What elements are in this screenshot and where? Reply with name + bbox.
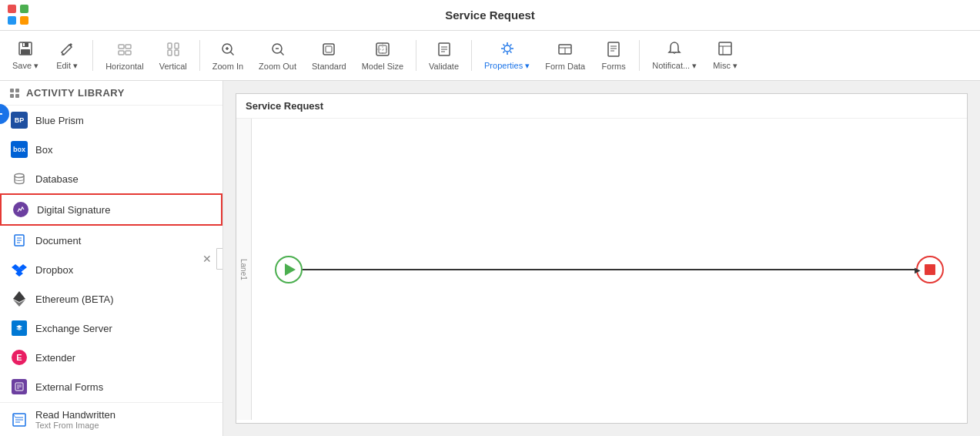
toolbar-divider-4 — [471, 40, 472, 71]
box-icon: box — [11, 141, 28, 158]
sidebar-item-blue-prism[interactable]: BP Blue Prism — [0, 106, 222, 135]
svg-rect-11 — [168, 50, 172, 55]
start-play-icon — [285, 263, 296, 276]
svg-rect-49 — [10, 89, 14, 92]
save-icon — [17, 40, 34, 59]
edit-label: Edit ▾ — [56, 61, 78, 71]
standard-icon — [320, 41, 337, 60]
canvas-title: Service Request — [236, 94, 967, 119]
ethereum-label: Ethereum (BETA) — [35, 293, 114, 305]
sidebar-item-extender[interactable]: E Extender — [0, 343, 222, 372]
bottom-section: Read Handwritten Text From Image — [0, 402, 222, 436]
zoomout-label: Zoom Out — [259, 62, 296, 71]
activity-library-title: ACTIVITY LIBRARY — [26, 87, 125, 99]
library-list: BP Blue Prism box Box — [0, 106, 222, 436]
svg-rect-20 — [323, 44, 334, 55]
misc-button[interactable]: Misc ▾ — [706, 37, 744, 74]
sidebar-item-ethereum[interactable]: Ethereum (BETA) — [0, 284, 222, 314]
svg-point-53 — [15, 174, 24, 178]
document-icon — [11, 232, 28, 249]
forms-icon — [605, 41, 622, 60]
svg-rect-12 — [175, 50, 179, 55]
svg-line-36 — [510, 52, 511, 53]
page-title: Service Request — [445, 8, 535, 22]
close-button[interactable]: ✕ — [202, 253, 212, 265]
database-label: Database — [35, 173, 79, 185]
svg-rect-46 — [719, 42, 731, 55]
sidebar-item-exchange[interactable]: Exchange Server — [0, 314, 222, 343]
modelsize-button[interactable]: Model Size — [356, 38, 410, 74]
blue-prism-label: Blue Prism — [35, 115, 84, 126]
lane-content — [252, 119, 967, 420]
svg-line-19 — [280, 52, 283, 55]
notifications-button[interactable]: Notificat... ▾ — [646, 37, 703, 74]
svg-rect-51 — [10, 94, 14, 98]
properties-label: Properties ▾ — [484, 61, 530, 71]
extender-label: Extender — [35, 352, 75, 364]
formdata-label: Form Data — [545, 62, 585, 71]
svg-rect-21 — [326, 46, 332, 52]
forms-button[interactable]: Forms — [594, 38, 633, 74]
validate-label: Validate — [429, 62, 459, 71]
read-handwritten-sublabel: Text From Image — [35, 421, 115, 430]
vertical-button[interactable]: Vertical — [153, 38, 193, 74]
sidebar-item-database[interactable]: Database — [0, 164, 222, 193]
read-handwritten-icon — [11, 411, 28, 428]
read-handwritten-item[interactable]: Read Handwritten Text From Image — [0, 403, 222, 436]
sidebar-item-digital-signature[interactable]: Digital Signature ✕ — [0, 193, 222, 226]
toolbar-divider-2 — [199, 40, 200, 71]
collapse-sidebar-button[interactable]: ‹ — [216, 248, 223, 270]
edit-button[interactable]: Edit ▾ — [48, 37, 86, 74]
canvas-inner: Service Request Lane1 — [236, 93, 968, 424]
vertical-label: Vertical — [159, 62, 187, 71]
exchange-icon — [11, 320, 28, 337]
properties-icon — [499, 40, 516, 59]
app-logo — [8, 5, 29, 26]
svg-line-38 — [503, 52, 504, 53]
svg-rect-9 — [168, 43, 172, 49]
validate-icon — [436, 41, 453, 60]
dropbox-label: Dropbox — [35, 264, 73, 276]
digital-signature-icon — [12, 201, 29, 218]
document-label: Document — [35, 235, 81, 247]
toolbar-divider-5 — [639, 40, 640, 71]
dropbox-icon — [11, 261, 28, 278]
zoomin-button[interactable]: Zoom In — [206, 38, 249, 74]
ethereum-icon — [11, 290, 28, 307]
database-icon — [11, 170, 28, 187]
save-button[interactable]: Save ▾ — [6, 37, 45, 74]
formdata-button[interactable]: Form Data — [539, 38, 591, 74]
svg-rect-10 — [175, 43, 179, 49]
read-handwritten-text: Read Handwritten Text From Image — [35, 409, 115, 430]
svg-rect-50 — [15, 89, 19, 92]
start-node[interactable] — [275, 256, 303, 283]
svg-marker-62 — [13, 291, 25, 302]
notifications-label: Notificat... ▾ — [652, 61, 697, 71]
svg-rect-6 — [125, 45, 131, 49]
sidebar-item-external-forms[interactable]: External Forms — [0, 372, 222, 401]
toolbar: Save ▾ Edit ▾ Horizontal — [0, 31, 980, 81]
properties-button[interactable]: Properties ▾ — [478, 37, 536, 74]
standard-button[interactable]: Standard — [306, 38, 353, 74]
validate-button[interactable]: Validate — [423, 38, 465, 74]
sidebar: + ACTIVITY LIBRARY BP Blue Prism — [0, 81, 223, 436]
horizontal-label: Horizontal — [105, 62, 144, 71]
digital-signature-label: Digital Signature — [37, 204, 110, 216]
svg-rect-2 — [21, 49, 30, 55]
sidebar-item-box[interactable]: box Box — [0, 135, 222, 164]
blue-prism-icon: BP — [11, 112, 28, 129]
svg-point-30 — [504, 45, 510, 52]
zoomin-label: Zoom In — [212, 62, 243, 71]
sidebar-item-dropbox[interactable]: Dropbox — [0, 255, 222, 284]
sidebar-item-document[interactable]: Document — [0, 226, 222, 255]
exchange-label: Exchange Server — [35, 323, 112, 334]
external-forms-label: External Forms — [35, 381, 103, 393]
svg-rect-42 — [608, 42, 619, 56]
zoomout-button[interactable]: Zoom Out — [253, 38, 303, 74]
toolbar-divider-3 — [416, 40, 416, 71]
lane-label: Lane1 — [236, 119, 252, 420]
horizontal-button[interactable]: Horizontal — [99, 38, 150, 74]
topbar: Service Request — [0, 0, 980, 31]
notifications-icon — [666, 40, 683, 59]
svg-rect-8 — [125, 51, 131, 55]
